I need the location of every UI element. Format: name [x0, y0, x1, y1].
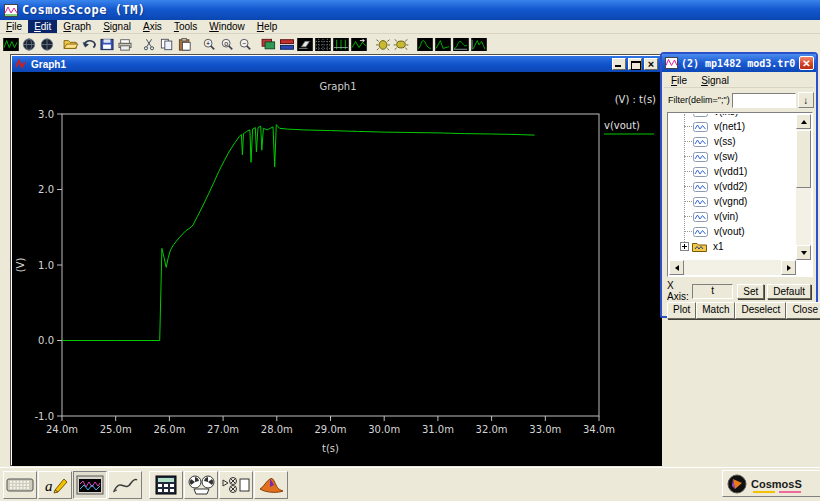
- scroll-right-icon[interactable]: [781, 260, 796, 275]
- folder-icon: [692, 241, 707, 252]
- legend-entry-vout[interactable]: v(vout): [604, 120, 640, 131]
- y-tick-label: 1.0: [38, 260, 54, 271]
- x-axis-value-field[interactable]: t: [692, 284, 733, 299]
- plot-canvas[interactable]: Graph1(V) : t(s)v(vout)24.0m25.0m26.0m27…: [12, 72, 662, 466]
- signal-waveform-icon: [693, 227, 708, 237]
- menu-item-graph[interactable]: Graph: [57, 20, 97, 33]
- toolbar-bug-report-icon[interactable]: [374, 35, 392, 53]
- default-button[interactable]: Default: [767, 284, 811, 299]
- tool-tape-recorder-icon[interactable]: [184, 471, 218, 499]
- signal-label: v(vgnd): [714, 196, 747, 207]
- toolbar-markers-icon[interactable]: [332, 35, 350, 53]
- tool-waveform-viewer-icon[interactable]: [73, 471, 107, 499]
- x-axis-row: X Axis: t Set Default: [664, 282, 814, 300]
- signal-label: v(vin): [714, 211, 738, 222]
- x-tick-label: 27.0m: [207, 424, 239, 435]
- signal-row-v-ss-[interactable]: v(ss): [669, 134, 796, 149]
- toolbar-waveform-d-icon[interactable]: [470, 35, 488, 53]
- toolbar-signal-compare-icon[interactable]: [350, 35, 368, 53]
- trace-vout: [62, 125, 535, 341]
- toolbar-bug-tool-icon[interactable]: [392, 35, 410, 53]
- toolbar-waveform-c-icon[interactable]: [452, 35, 470, 53]
- menu-item-file[interactable]: File: [0, 20, 28, 33]
- minimize-button[interactable]: [612, 58, 626, 70]
- menu-item-tools[interactable]: Tools: [168, 20, 203, 33]
- deselect-button[interactable]: Deselect: [735, 302, 786, 319]
- scroll-up-icon[interactable]: [796, 114, 811, 129]
- vertical-scrollbar[interactable]: [796, 114, 811, 260]
- legend-header: (V) : t(s): [615, 94, 656, 105]
- scroll-left-icon[interactable]: [669, 260, 684, 275]
- signal-waveform-icon: [693, 114, 708, 117]
- signal-row-v-sw-[interactable]: v(sw): [669, 149, 796, 164]
- close-button[interactable]: [644, 58, 658, 70]
- toolbar-save-icon[interactable]: [98, 35, 116, 53]
- signal-row-v-vout-[interactable]: v(vout): [669, 224, 796, 239]
- set-button[interactable]: Set: [737, 284, 764, 299]
- toolbar-waveform-a-icon[interactable]: [416, 35, 434, 53]
- tool-matlab-icon[interactable]: [254, 471, 288, 499]
- tool-keyboard-icon[interactable]: [3, 471, 37, 499]
- toolbar-waveform-b-icon[interactable]: [434, 35, 452, 53]
- toolbar-undo-icon[interactable]: [80, 35, 98, 53]
- menu-item-signal[interactable]: Signal: [97, 20, 137, 33]
- plot-button[interactable]: Plot: [667, 302, 696, 319]
- toolbar-zoom-in-icon[interactable]: +: [200, 35, 218, 53]
- y-axis-title: (V): [15, 258, 26, 273]
- tool-calculator-icon[interactable]: [149, 471, 183, 499]
- panel-close-icon[interactable]: ✕: [799, 56, 814, 70]
- toolbar-copy-icon[interactable]: [158, 35, 176, 53]
- main-toolbar: +o−: [0, 34, 820, 54]
- toolbar-cut-icon[interactable]: [140, 35, 158, 53]
- tree-branch: [684, 171, 692, 172]
- menu-item-window[interactable]: Window: [203, 20, 251, 33]
- panel-menu-signal[interactable]: Signal: [694, 75, 736, 86]
- match-button[interactable]: Match: [696, 302, 735, 319]
- tool-io-blocks-icon[interactable]: [219, 471, 253, 499]
- filter-apply-down-arrow-icon[interactable]: ↓: [798, 92, 814, 108]
- toolbar-stack-graphs-icon[interactable]: [278, 35, 296, 53]
- scroll-down-icon[interactable]: [796, 245, 811, 260]
- menu-bar: FileEditGraphSignalAxisToolsWindowHelp: [0, 20, 820, 34]
- menu-item-edit[interactable]: Edit: [28, 20, 57, 33]
- tool-probe-icon[interactable]: [108, 471, 142, 499]
- panel-titlebar[interactable]: (2) mp1482_mod3.tr0 ✕: [662, 54, 816, 72]
- toolbar-overlay-graphs-icon[interactable]: [260, 35, 278, 53]
- signal-row-v-vin-[interactable]: v(vin): [669, 209, 796, 224]
- menu-item-help[interactable]: Help: [251, 20, 284, 33]
- toolbar-zoom-full-icon[interactable]: [38, 35, 56, 53]
- signal-tree[interactable]: v(ins)v(net1)v(ss)v(sw)v(vdd1)v(vdd2)v(v…: [667, 112, 813, 277]
- panel-menu-file[interactable]: File: [664, 75, 694, 86]
- expand-plus-icon[interactable]: [680, 242, 689, 251]
- maximize-button[interactable]: [628, 58, 642, 70]
- signal-waveform-icon: [693, 197, 708, 207]
- cosmosscope-brand-button[interactable]: CosmosS: [722, 470, 820, 497]
- filter-input[interactable]: [732, 93, 796, 108]
- signal-row-x1[interactable]: x1: [669, 239, 796, 254]
- signal-row-v-vdd2-[interactable]: v(vdd2): [669, 179, 796, 194]
- signal-row-v-net1-[interactable]: v(net1): [669, 119, 796, 134]
- x-tick-label: 28.0m: [261, 424, 293, 435]
- graph-window-title: Graph1: [31, 59, 610, 70]
- toolbar-open-file-icon[interactable]: [62, 35, 80, 53]
- y-tick-label: 2.0: [38, 184, 54, 195]
- close-button-panel[interactable]: Close: [786, 302, 820, 319]
- toolbar-zoom-reset-icon[interactable]: o: [218, 35, 236, 53]
- tool-annotate-icon[interactable]: a: [38, 471, 72, 499]
- scrollbar-thumb[interactable]: [796, 130, 811, 188]
- toolbar-waveform-display-icon[interactable]: [2, 35, 20, 53]
- horizontal-scrollbar[interactable]: [669, 260, 796, 275]
- toolbar-paste-icon[interactable]: [176, 35, 194, 53]
- graph-titlebar[interactable]: Graph1: [12, 56, 660, 72]
- signal-label: v(sw): [714, 151, 738, 162]
- toolbar-grid-icon[interactable]: [314, 35, 332, 53]
- toolbar-erase-icon[interactable]: [296, 35, 314, 53]
- signal-row-v-vdd1-[interactable]: v(vdd1): [669, 164, 796, 179]
- toolbar-export-icon[interactable]: [116, 35, 134, 53]
- toolbar-zoom-out-icon[interactable]: −: [236, 35, 254, 53]
- menu-item-axis[interactable]: Axis: [137, 20, 168, 33]
- tree-branch: [684, 126, 692, 127]
- x-tick-label: 32.0m: [476, 424, 508, 435]
- toolbar-zoom-region-icon[interactable]: [20, 35, 38, 53]
- signal-row-v-vgnd-[interactable]: v(vgnd): [669, 194, 796, 209]
